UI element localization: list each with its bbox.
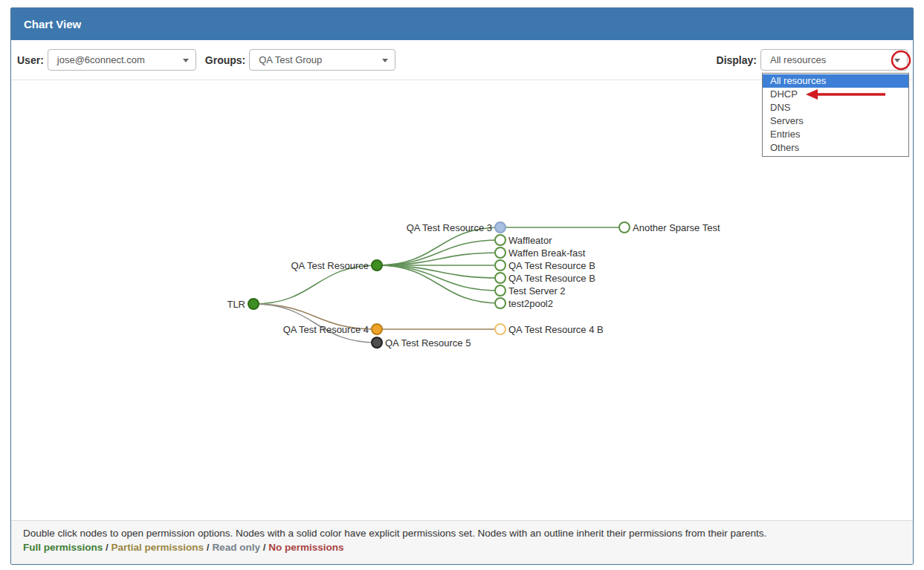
tree-node-label-t2p2: test2pool2 — [508, 298, 553, 309]
groups-label: Groups: — [205, 54, 245, 66]
tree-node-label-ast: Another Sparse Test — [633, 222, 720, 233]
page-title: Chart View — [24, 18, 81, 30]
user-select[interactable]: jose@6connect.com — [48, 49, 196, 71]
footer-instructions: Double click nodes to open permission op… — [23, 528, 901, 539]
display-dropdown-list: All resourcesDHCPDNSServersEntriesOthers — [762, 73, 909, 157]
chevron-down-icon — [894, 59, 900, 62]
user-select-value: jose@6connect.com — [57, 54, 145, 65]
tree-node-t2p2[interactable] — [495, 298, 505, 308]
tree-node-qa4b[interactable] — [495, 324, 505, 334]
display-option-others[interactable]: Others — [763, 141, 908, 155]
tree-node-tlr[interactable] — [248, 299, 259, 309]
tree-node-label-qa4b: QA Test Resource 4 B — [508, 324, 604, 335]
legend-separator: / — [103, 542, 111, 553]
chevron-down-icon — [382, 59, 388, 62]
legend-item-partial-permissions: Partial permissions — [112, 542, 204, 553]
tree-node-ast[interactable] — [619, 222, 630, 233]
tree-node-label-waffleator: Waffleator — [508, 235, 552, 246]
tree-node-label-qa: QA Test Resource — [291, 260, 369, 271]
user-label: User: — [17, 54, 44, 66]
tree-node-label-qa4: QA Test Resource 4 — [283, 324, 369, 335]
tree-node-label-qa5: QA Test Resource 5 — [385, 337, 471, 349]
tree-edge-tlr-qa — [253, 265, 377, 304]
tree-edge-qa-t2p2 — [377, 265, 500, 303]
panel-header: Chart View — [11, 8, 913, 40]
legend-item-no-permissions: No permissions — [268, 542, 343, 553]
legend-item-read-only: Read only — [212, 542, 260, 553]
chevron-down-icon — [183, 59, 189, 62]
legend-separator: / — [260, 542, 268, 553]
display-label: Display: — [717, 54, 757, 66]
display-option-servers[interactable]: Servers — [763, 114, 908, 128]
tree-node-waffen[interactable] — [495, 247, 505, 258]
panel-footer: Double click nodes to open permission op… — [11, 520, 913, 564]
groups-select[interactable]: QA Test Group — [249, 49, 395, 71]
tree-node-qab1[interactable] — [495, 260, 505, 271]
tree-node-label-qab1: QA Test Resource B — [508, 260, 595, 271]
groups-select-value: QA Test Group — [259, 54, 322, 65]
tree-node-qa4[interactable] — [372, 324, 382, 334]
tree-node-label-ts2: Test Server 2 — [508, 285, 566, 297]
display-select[interactable]: All resources — [760, 49, 908, 71]
tree-node-label-tlr: TLR — [227, 299, 245, 310]
tree-node-qa5[interactable] — [372, 337, 382, 348]
tree-node-label-qa3: QA Test Resource 3 — [407, 222, 492, 233]
permissions-legend: Full permissions / Partial permissions /… — [23, 542, 901, 553]
tree-node-label-waffen: Waffen Break-fast — [508, 247, 586, 259]
chart-view-panel: Chart View User: jose@6connect.com Group… — [10, 7, 914, 565]
display-select-value: All resources — [770, 54, 826, 65]
legend-item-full-permissions: Full permissions — [23, 542, 103, 553]
tree-node-qab2[interactable] — [495, 273, 505, 283]
tree-node-waffleator[interactable] — [495, 235, 505, 245]
display-option-dhcp[interactable]: DHCP — [763, 88, 908, 101]
display-option-all-resources[interactable]: All resources — [763, 74, 908, 88]
legend-separator: / — [204, 542, 212, 553]
tree-node-label-qab2: QA Test Resource B — [508, 273, 595, 284]
tree-node-qa[interactable] — [372, 260, 382, 271]
display-option-entries[interactable]: Entries — [763, 128, 908, 141]
tree-node-qa3[interactable] — [495, 222, 505, 233]
display-option-dns[interactable]: DNS — [763, 101, 908, 114]
tree-edge-qa-qa3 — [377, 227, 500, 265]
tree-node-ts2[interactable] — [495, 285, 505, 296]
